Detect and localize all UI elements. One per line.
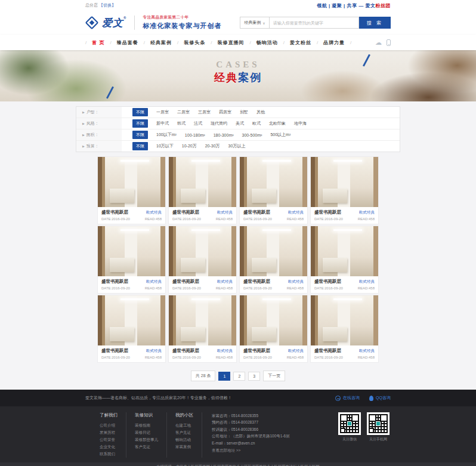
case-photo <box>98 226 165 276</box>
footer-link[interactable]: 在建工地 <box>175 422 193 429</box>
case-read-count: READ:458 <box>358 217 375 221</box>
filter-option-selected[interactable]: 不限 <box>132 108 148 116</box>
case-style-tag[interactable]: 欧式经典 <box>288 279 304 285</box>
search-input[interactable] <box>270 17 359 29</box>
footer-link[interactable]: 公司介绍 <box>100 422 118 429</box>
case-card[interactable]: 盛世书苑跃层 欧式经典 DATE:2016-09-20 READ:458 <box>311 295 378 362</box>
filter-option[interactable]: 美式 <box>236 121 244 126</box>
filter-option[interactable]: 100以下m² <box>156 132 177 138</box>
online-consult-link[interactable]: 在线咨询 <box>335 395 360 401</box>
case-card[interactable]: 盛世书苑跃层 欧式经典 DATE:2016-09-20 READ:458 <box>240 157 307 224</box>
mobile-phone-icon[interactable] <box>387 39 391 46</box>
filter-option[interactable]: 四居室 <box>219 109 231 115</box>
filter-option[interactable]: 地中海 <box>294 121 307 126</box>
nav-item[interactable]: 首 页 <box>86 39 110 46</box>
case-card[interactable]: 盛世书苑跃层 欧式经典 DATE:2016-09-20 READ:458 <box>169 226 236 293</box>
pagination-page[interactable]: 3 <box>248 372 260 381</box>
filter-option[interactable]: 韩式 <box>177 121 186 126</box>
filter-option[interactable]: 180-300m² <box>214 133 234 137</box>
search-category-select[interactable]: 经典案例∨ <box>240 17 269 29</box>
filter-option[interactable]: 30万以上 <box>228 143 246 149</box>
customer-service-icon[interactable]: ☁ <box>375 39 382 46</box>
case-style-tag[interactable]: 欧式经典 <box>359 279 375 285</box>
nav-item[interactable]: 爱文粉丝 <box>285 39 317 46</box>
case-style-tag[interactable]: 欧式经典 <box>146 348 162 354</box>
registered-mark: ® <box>123 16 126 20</box>
case-style-tag[interactable]: 欧式经典 <box>217 348 233 354</box>
case-card[interactable]: 盛世书苑跃层 欧式经典 DATE:2016-09-20 READ:458 <box>98 295 165 362</box>
case-card[interactable]: 盛世书苑跃层 欧式经典 DATE:2016-09-20 READ:458 <box>169 157 236 224</box>
store-switch-link[interactable]: 【切换】 <box>99 3 116 7</box>
logo[interactable]: 爱文® 专注高品质家装第二十年 标准化家装专家与开创者 <box>85 15 221 30</box>
case-style-tag[interactable]: 欧式经典 <box>146 279 162 285</box>
hero-banner: CASES 经典案例 <box>0 50 476 101</box>
footer-link[interactable]: 发展历程 <box>100 429 118 436</box>
nav-item[interactable]: 装修头条 <box>178 39 211 46</box>
filter-option[interactable]: 新中式 <box>156 121 169 126</box>
filter-option-selected[interactable]: 不限 <box>132 131 148 139</box>
case-style-tag[interactable]: 欧式经典 <box>288 348 304 354</box>
filter-option[interactable]: 100-180m² <box>185 133 205 137</box>
footer-link[interactable]: 装修日记 <box>135 429 158 436</box>
filter-option[interactable]: 三居室 <box>198 109 211 115</box>
filter-option[interactable]: 现代简约 <box>211 121 227 126</box>
footer-link[interactable]: 畅响活动 <box>175 436 193 443</box>
search-button[interactable]: 搜 索 <box>359 17 391 29</box>
filter-option[interactable]: 300-500m² <box>242 133 262 137</box>
filter-option[interactable]: 北欧印象 <box>269 121 286 126</box>
case-card[interactable]: 盛世书苑跃层 欧式经典 DATE:2016-09-20 READ:458 <box>98 226 165 293</box>
filter-option[interactable]: 法式 <box>194 121 202 126</box>
filter-row: ▶预算：不限10万以下10-20万20-30万30万以上 <box>76 141 400 152</box>
filter-option-selected[interactable]: 不限 <box>132 119 148 128</box>
filter-option[interactable]: 一居室 <box>156 109 169 115</box>
footer-link[interactable]: 装修那些事儿 <box>135 436 158 443</box>
nav-item[interactable]: 经典案例 <box>145 39 177 46</box>
footer-link[interactable]: 客户见证 <box>175 429 193 436</box>
case-date: DATE:2016-09-20 <box>172 356 201 359</box>
filter-option[interactable]: 10-20万 <box>182 143 197 149</box>
nav-item[interactable]: 畅响活动 <box>251 39 283 46</box>
case-card[interactable]: 盛世书苑跃层 欧式经典 DATE:2016-09-20 READ:458 <box>240 226 307 293</box>
filter-option[interactable]: 500以上m² <box>270 132 290 138</box>
case-style-tag[interactable]: 欧式经典 <box>359 210 375 215</box>
case-style-tag[interactable]: 欧式经典 <box>359 348 375 354</box>
case-card[interactable]: 盛世书苑跃层 欧式经典 DATE:2016-09-20 READ:458 <box>169 295 236 362</box>
case-card[interactable]: 盛世书苑跃层 欧式经典 DATE:2016-09-20 READ:458 <box>311 157 378 224</box>
case-card[interactable]: 盛世书苑跃层 欧式经典 DATE:2016-09-20 READ:458 <box>240 295 307 362</box>
footer-link[interactable]: 公司荣誉 <box>100 436 118 443</box>
filter-option[interactable]: 10万以下 <box>156 143 174 149</box>
fan-club-banner[interactable]: 领航 | 凝聚 | 共享 — 爱文粉丝团 <box>317 2 391 9</box>
case-card[interactable]: 盛世书苑跃层 欧式经典 DATE:2016-09-20 READ:458 <box>98 157 165 224</box>
pagination-page[interactable]: 2 <box>233 372 245 381</box>
footer-link[interactable]: 联系我们 <box>100 450 118 458</box>
footer-link[interactable]: 家装案例 <box>175 443 193 450</box>
case-style-tag[interactable]: 欧式经典 <box>217 279 233 285</box>
case-style-tag[interactable]: 欧式经典 <box>146 210 162 215</box>
footer-qr-codes: 关注微信关注手机网 <box>338 412 391 458</box>
filter-option[interactable]: 20-30万 <box>205 143 220 149</box>
friend-links[interactable]: 友情链接：土巴兔 | 扬州装修网 | 扬州市装饰协会 | 江苏省装饰协会 | 扬… <box>156 464 320 466</box>
filter-option-selected[interactable]: 不限 <box>132 142 148 150</box>
filter-option[interactable]: 别墅 <box>240 109 248 115</box>
pagination-page[interactable]: 1 <box>218 372 230 381</box>
filter-option[interactable]: 其他 <box>256 109 265 115</box>
nav-item[interactable]: 装修直播间 <box>212 39 249 46</box>
footer-link[interactable]: 装修指南 <box>135 422 158 429</box>
slogan-small: 专注高品质家装第二十年 <box>143 15 221 20</box>
fan-club-text: 领航 | 凝聚 | 共享 — 爱文 <box>317 3 375 8</box>
case-style-tag[interactable]: 欧式经典 <box>288 210 304 215</box>
view-address-link[interactable]: 查看总部地址 >> <box>212 448 338 453</box>
qq-consult-link[interactable]: QQ咨询 <box>369 395 391 401</box>
case-style-tag[interactable]: 欧式经典 <box>217 210 233 215</box>
arrow-right-icon: ▶ <box>82 133 85 137</box>
filter-option[interactable]: 欧式 <box>252 121 261 126</box>
pagination-next-button[interactable]: 下一页 <box>263 371 285 381</box>
nav-item[interactable]: 品牌力量 <box>318 39 350 46</box>
banner-slash-decor <box>106 87 114 99</box>
footer-contact-info: 家装咨询：0514-80028355预约咨询：0514-80028377投诉建议… <box>202 412 338 458</box>
footer-link[interactable]: 企业文化 <box>100 443 118 450</box>
nav-item[interactable]: 臻品套餐 <box>112 39 144 46</box>
footer-link[interactable]: 客户见证 <box>135 443 158 450</box>
filter-option[interactable]: 二居室 <box>177 109 190 115</box>
case-card[interactable]: 盛世书苑跃层 欧式经典 DATE:2016-09-20 READ:458 <box>311 226 378 293</box>
